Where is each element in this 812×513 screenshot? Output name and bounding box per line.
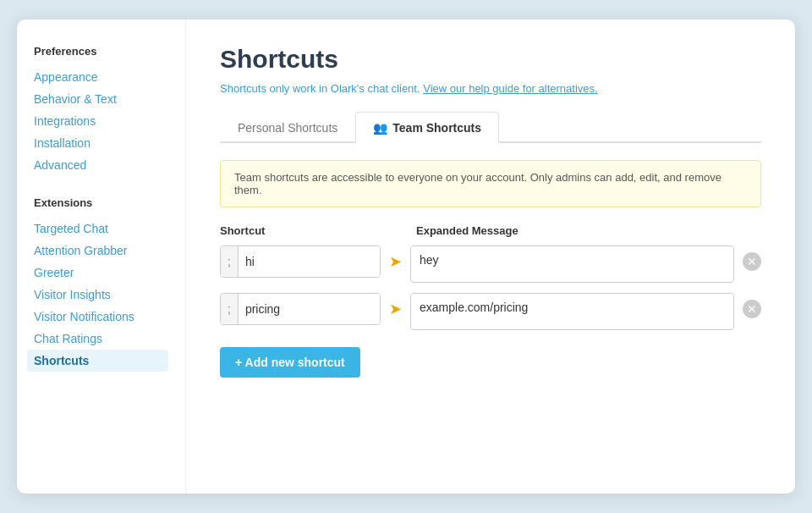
shortcut-input-wrap-2: ; — [220, 293, 381, 325]
subtitle: Shortcuts only work in Olark's chat clie… — [220, 82, 761, 95]
shortcut-row-2: ; ➤ example.com/pricing ✕ — [220, 293, 761, 330]
sidebar-item-targeted-chat[interactable]: Targeted Chat — [34, 218, 168, 240]
tabs: Personal Shortcuts 👥Team Shortcuts — [220, 112, 761, 143]
sidebar-item-installation[interactable]: Installation — [34, 132, 168, 154]
info-box: Team shortcuts are accessible to everyon… — [220, 160, 761, 207]
sidebar: Preferences Appearance Behavior & Text I… — [17, 19, 186, 494]
tab-team[interactable]: 👥Team Shortcuts — [355, 112, 499, 143]
page-title: Shortcuts — [220, 45, 761, 74]
shortcut-prefix-2: ; — [221, 294, 239, 324]
sidebar-item-visitor-notifications[interactable]: Visitor Notifications — [34, 306, 168, 328]
tab-team-label: Team Shortcuts — [392, 121, 481, 135]
sidebar-item-greeter[interactable]: Greeter — [34, 262, 168, 284]
subtitle-text: Shortcuts only work in Olark's chat clie… — [220, 82, 420, 95]
shortcut-row: ; ➤ hey ✕ — [220, 245, 761, 283]
extensions-section-title: Extensions — [34, 196, 168, 209]
shortcut-column-headers: Shortcut Expanded Message — [220, 224, 761, 237]
shortcut-input-wrap-1: ; — [220, 245, 381, 278]
shortcut-input-2[interactable] — [239, 294, 381, 324]
shortcut-col-header: Shortcut — [220, 224, 381, 237]
remove-btn-1[interactable]: ✕ — [743, 252, 761, 271]
sidebar-item-advanced[interactable]: Advanced — [34, 154, 168, 176]
add-shortcut-button[interactable]: + Add new shortcut — [220, 347, 360, 378]
remove-btn-2[interactable]: ✕ — [743, 300, 761, 318]
sidebar-item-shortcuts[interactable]: Shortcuts — [27, 350, 168, 372]
expanded-textarea-1[interactable]: hey — [411, 246, 733, 279]
tab-personal[interactable]: Personal Shortcuts — [220, 112, 355, 143]
sidebar-item-integrations[interactable]: Integrations — [34, 110, 168, 132]
arrow-icon-1: ➤ — [389, 252, 402, 271]
subtitle-link[interactable]: View our help guide for alternatives. — [423, 82, 597, 95]
expanded-textarea-2[interactable]: example.com/pricing — [411, 294, 733, 326]
sidebar-item-appearance[interactable]: Appearance — [34, 66, 168, 88]
expanded-input-wrap-1: hey — [410, 245, 734, 283]
team-icon: 👥 — [373, 121, 387, 135]
shortcut-prefix-1: ; — [221, 246, 239, 277]
shortcut-input-1[interactable] — [239, 246, 381, 277]
preferences-section-title: Preferences — [34, 45, 168, 58]
main-content: Shortcuts Shortcuts only work in Olark's… — [186, 19, 795, 494]
expanded-col-header: Expanded Message — [416, 224, 761, 237]
sidebar-item-chat-ratings[interactable]: Chat Ratings — [34, 328, 168, 350]
sidebar-item-visitor-insights[interactable]: Visitor Insights — [34, 284, 168, 306]
sidebar-item-behavior-text[interactable]: Behavior & Text — [34, 88, 168, 110]
tab-personal-label: Personal Shortcuts — [238, 121, 337, 135]
arrow-icon-2: ➤ — [389, 300, 402, 318]
sidebar-item-attention-grabber[interactable]: Attention Grabber — [34, 240, 168, 262]
expanded-input-wrap-2: example.com/pricing — [410, 293, 734, 330]
app-window: Preferences Appearance Behavior & Text I… — [17, 19, 795, 494]
